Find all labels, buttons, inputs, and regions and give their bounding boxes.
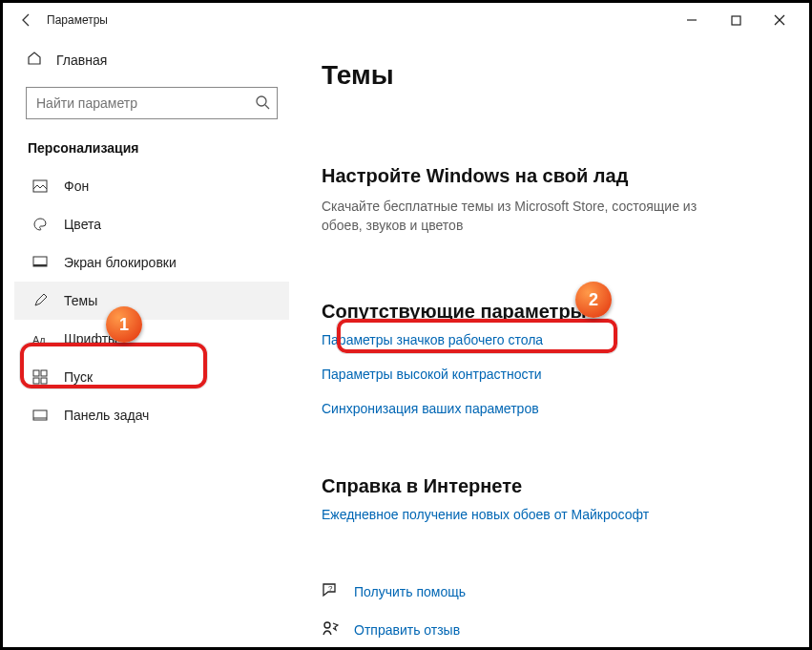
- sidebar: Главная Персонализация Фон Цвета: [3, 37, 289, 647]
- svg-rect-8: [33, 264, 47, 266]
- sidebar-item-label: Цвета: [64, 217, 101, 232]
- sidebar-item-background[interactable]: Фон: [14, 167, 289, 205]
- close-button[interactable]: [758, 5, 802, 35]
- page-title: Темы: [322, 60, 782, 91]
- sidebar-item-label: Пуск: [64, 369, 93, 385]
- get-help-label: Получить помощь: [354, 584, 466, 599]
- svg-rect-12: [33, 378, 39, 384]
- sidebar-home[interactable]: Главная: [14, 41, 289, 79]
- link-desktop-icons[interactable]: Параметры значков рабочего стола: [322, 332, 782, 347]
- main-content: Темы Настройте Windows на свой лад Скача…: [289, 37, 809, 647]
- taskbar-icon: [31, 407, 49, 424]
- svg-rect-11: [41, 370, 47, 376]
- sidebar-item-themes[interactable]: Темы: [14, 282, 289, 320]
- start-icon: [31, 368, 49, 386]
- svg-text:Aд: Aд: [32, 334, 46, 346]
- feedback-label: Отправить отзыв: [354, 622, 460, 638]
- help-icon: ?: [322, 581, 341, 602]
- sidebar-home-label: Главная: [56, 52, 107, 68]
- sidebar-item-lockscreen[interactable]: Экран блокировки: [14, 243, 289, 282]
- minimize-button[interactable]: [670, 5, 714, 35]
- feedback-icon: [322, 619, 341, 640]
- sidebar-item-label: Темы: [64, 293, 97, 308]
- link-sync-settings[interactable]: Синхронизация ваших параметров: [322, 401, 782, 416]
- sidebar-item-start[interactable]: Пуск: [14, 358, 289, 396]
- font-icon: Aд: [31, 330, 49, 347]
- titlebar: Параметры: [3, 3, 809, 37]
- sidebar-item-taskbar[interactable]: Панель задач: [14, 396, 289, 434]
- window-title: Параметры: [47, 13, 108, 27]
- sidebar-item-label: Шрифты: [64, 331, 117, 346]
- palette-icon: [31, 216, 49, 233]
- search-input[interactable]: [26, 87, 278, 119]
- sidebar-item-label: Панель задач: [64, 408, 149, 423]
- customize-subtext: Скачайте бесплатные темы из Microsoft St…: [322, 197, 722, 236]
- svg-rect-10: [33, 370, 39, 376]
- link-high-contrast[interactable]: Параметры высокой контрастности: [322, 367, 782, 382]
- feedback-row[interactable]: Отправить отзыв: [322, 619, 782, 640]
- customize-heading: Настройте Windows на свой лад: [322, 165, 782, 187]
- back-button[interactable]: [10, 4, 43, 36]
- svg-rect-13: [41, 378, 47, 384]
- svg-point-4: [257, 96, 266, 106]
- window-controls: [670, 5, 802, 35]
- sidebar-item-label: Фон: [64, 178, 89, 194]
- svg-rect-6: [33, 180, 47, 192]
- help-heading: Справка в Интернете: [322, 475, 782, 497]
- svg-point-17: [324, 622, 330, 628]
- home-icon: [26, 51, 43, 70]
- lockscreen-icon: [31, 254, 49, 271]
- sidebar-item-fonts[interactable]: Aд Шрифты: [14, 320, 289, 358]
- link-daily-wallpapers[interactable]: Ежедневное получение новых обоев от Майк…: [322, 507, 782, 522]
- brush-icon: [31, 292, 49, 309]
- get-help-row[interactable]: ? Получить помощь: [322, 581, 782, 602]
- settings-window: Параметры Главная: [0, 0, 812, 650]
- svg-line-5: [265, 105, 269, 109]
- maximize-button[interactable]: [714, 5, 758, 35]
- search-icon: [255, 94, 270, 114]
- svg-rect-1: [732, 16, 740, 25]
- search-wrap: [26, 87, 278, 119]
- related-heading: Сопутствующие параметры: [322, 301, 782, 323]
- sidebar-item-colors[interactable]: Цвета: [14, 205, 289, 243]
- sidebar-section-heading: Персонализация: [14, 133, 289, 167]
- sidebar-item-label: Экран блокировки: [64, 255, 177, 270]
- svg-text:?: ?: [328, 583, 333, 592]
- picture-icon: [31, 178, 49, 195]
